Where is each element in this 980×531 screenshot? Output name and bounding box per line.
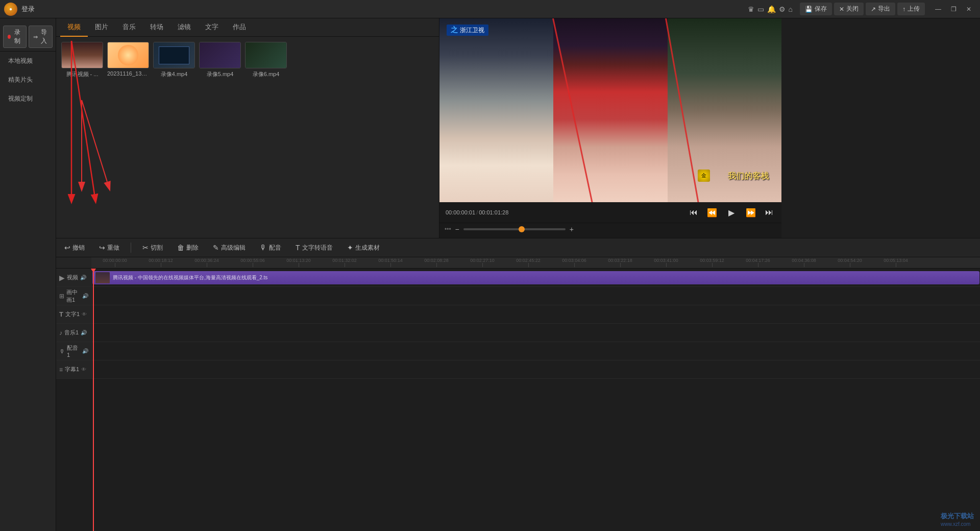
tick-11: 00:03:22:18 bbox=[597, 258, 643, 267]
track-text: T 文字1 👁 bbox=[56, 305, 980, 324]
tick-label-2: 00:00:36:24 bbox=[194, 258, 219, 263]
upload-button[interactable]: ↑ 上传 bbox=[897, 3, 925, 15]
zoom-thumb bbox=[519, 226, 525, 232]
track-dubbing-volume[interactable]: 🔊 bbox=[82, 348, 88, 354]
tab-image[interactable]: 图片 bbox=[88, 18, 115, 37]
media-item-1[interactable]: 腾讯视频 - ... bbox=[61, 42, 103, 78]
cut-button[interactable]: ✂ 切割 bbox=[139, 242, 166, 254]
tick-7: 00:02:08:28 bbox=[413, 258, 459, 267]
media-item-3[interactable]: 录像4.mp4 bbox=[153, 42, 195, 78]
media-label-5: 录像6.mp4 bbox=[245, 70, 287, 78]
track-text-content[interactable] bbox=[92, 305, 980, 323]
tick-line-10 bbox=[574, 263, 575, 267]
tick-0: 00:00:00:00 bbox=[92, 258, 138, 267]
import-button[interactable]: ⇒ 导入 bbox=[29, 26, 53, 48]
media-item-4[interactable]: 录像5.mp4 bbox=[199, 42, 241, 78]
maximize-button[interactable]: ❒ bbox=[946, 4, 961, 15]
tab-bar: 视频 图片 音乐 转场 滤镜 文字 作品 bbox=[56, 18, 439, 37]
track-music-volume[interactable]: 🔊 bbox=[81, 330, 87, 335]
track-pip-volume[interactable]: 🔊 bbox=[82, 293, 88, 299]
track-subtitle-eye[interactable]: 👁 bbox=[81, 367, 86, 372]
tab-transition[interactable]: 转场 bbox=[143, 18, 170, 37]
bottom-watermark: 极光下载站 www.xzf.com bbox=[941, 512, 974, 527]
track-pip-content[interactable] bbox=[92, 287, 980, 305]
delete-button[interactable]: 🗑 删除 bbox=[174, 242, 202, 254]
undo-button[interactable]: ↩ 撤销 bbox=[61, 242, 88, 254]
tab-text[interactable]: 文字 bbox=[198, 18, 226, 37]
tts-label: 文字转语音 bbox=[302, 244, 333, 252]
sidebar-item-highlights[interactable]: 精美片头 bbox=[2, 71, 54, 88]
record-button[interactable]: 录制 bbox=[3, 26, 27, 48]
gold-badge: 金 bbox=[698, 170, 710, 182]
sidebar-item-local-video[interactable]: 本地视频 bbox=[2, 53, 54, 69]
zoom-plus-button[interactable]: + bbox=[570, 225, 574, 233]
media-item-2[interactable]: 20231116_131... bbox=[107, 42, 149, 78]
skip-start-button[interactable]: ⏮ bbox=[688, 207, 700, 218]
track-subtitle-name: 字幕1 bbox=[65, 366, 79, 373]
track-video-volume[interactable]: 🔊 bbox=[80, 275, 86, 280]
face-segment-2 bbox=[553, 18, 667, 202]
action-buttons: 录制 ⇒ 导入 bbox=[0, 22, 56, 52]
video-clip[interactable]: 腾讯视频 - 中国领先的在线视频媒体平台,海量高清视频在线观看_2.ts bbox=[92, 271, 979, 284]
gear-icon: ⚙ bbox=[779, 5, 786, 13]
tick-line-14 bbox=[758, 263, 758, 267]
video-watermark-text: 我们的客栈 bbox=[728, 171, 769, 182]
generate-button[interactable]: ✦ 生成素材 bbox=[344, 242, 383, 254]
watermark-brand: 极光下载站 bbox=[941, 512, 974, 520]
tab-video[interactable]: 视频 bbox=[60, 18, 88, 37]
tts-button[interactable]: T 文字转语音 bbox=[292, 242, 336, 254]
tick-label-10: 00:03:04:06 bbox=[562, 258, 586, 263]
media-thumb-3 bbox=[153, 42, 195, 68]
export-button[interactable]: ↗ 导出 bbox=[866, 3, 895, 15]
track-video-content[interactable]: 腾讯视频 - 中国领先的在线视频媒体平台,海量高清视频在线观看_2.ts bbox=[92, 269, 980, 286]
zoom-slider[interactable] bbox=[463, 228, 566, 230]
save-icon: 💾 bbox=[805, 6, 813, 13]
tick-line-8 bbox=[482, 263, 483, 267]
track-music-name: 音乐1 bbox=[64, 329, 79, 336]
tick-line-5 bbox=[345, 263, 345, 267]
cut-label: 切割 bbox=[151, 244, 163, 252]
tick-label-0: 00:00:00:00 bbox=[103, 258, 127, 263]
step-forward-button[interactable]: ⏩ bbox=[744, 207, 758, 219]
media-thumb-2 bbox=[107, 42, 149, 68]
zoom-minus-button[interactable]: − bbox=[455, 225, 459, 233]
tab-filter[interactable]: 滤镜 bbox=[170, 18, 198, 37]
tick-15: 00:04:36:08 bbox=[781, 258, 827, 267]
track-music-content[interactable] bbox=[92, 324, 980, 342]
redo-button[interactable]: ↪ 重做 bbox=[96, 242, 122, 254]
tick-label-17: 00:05:13:04 bbox=[884, 258, 908, 263]
tick-label-3: 00:00:55:06 bbox=[240, 258, 265, 263]
export-label: 导出 bbox=[878, 5, 890, 13]
tts-icon: T bbox=[296, 244, 300, 252]
upload-label: 上传 bbox=[908, 5, 920, 13]
close-button[interactable]: ✕ 关闭 bbox=[834, 3, 864, 15]
ruler-label-space bbox=[56, 257, 92, 268]
save-button[interactable]: 💾 保存 bbox=[800, 3, 832, 15]
minimize-button[interactable]: — bbox=[931, 4, 945, 15]
face-segment-1 bbox=[439, 18, 553, 202]
top-content: 视频 图片 音乐 转场 滤镜 文字 作品 bbox=[56, 18, 980, 238]
track-text-eye[interactable]: 👁 bbox=[82, 311, 87, 317]
tab-works[interactable]: 作品 bbox=[226, 18, 253, 37]
skip-end-button[interactable]: ⏭ bbox=[763, 207, 775, 218]
app-icon-text: ● bbox=[9, 6, 12, 12]
advanced-edit-button[interactable]: ✎ 高级编辑 bbox=[210, 242, 249, 254]
window-close-button[interactable]: ✕ bbox=[962, 4, 976, 15]
import-label: 导入 bbox=[40, 28, 48, 45]
step-back-button[interactable]: ⏪ bbox=[705, 207, 719, 219]
app-icon: ● bbox=[4, 3, 17, 16]
dubbing-button[interactable]: 🎙 配音 bbox=[257, 242, 284, 254]
export-icon: ↗ bbox=[871, 6, 876, 13]
track-dubbing-content[interactable] bbox=[92, 342, 980, 360]
redo-icon: ↪ bbox=[99, 244, 105, 252]
player-time: 00:00:00:01 bbox=[446, 209, 475, 215]
track-subtitle-content[interactable] bbox=[92, 360, 980, 378]
tick-label-1: 00:00:18:12 bbox=[149, 258, 173, 263]
sidebar-item-custom-video[interactable]: 视频定制 bbox=[2, 90, 54, 107]
advanced-edit-icon: ✎ bbox=[213, 244, 219, 252]
play-button[interactable]: ▶ bbox=[724, 205, 739, 220]
tab-music[interactable]: 音乐 bbox=[115, 18, 143, 37]
window-controls: — ❒ ✕ bbox=[931, 4, 976, 15]
track-dubbing: 🎙 配音1 🔊 bbox=[56, 342, 980, 360]
media-item-5[interactable]: 录像6.mp4 bbox=[245, 42, 287, 78]
